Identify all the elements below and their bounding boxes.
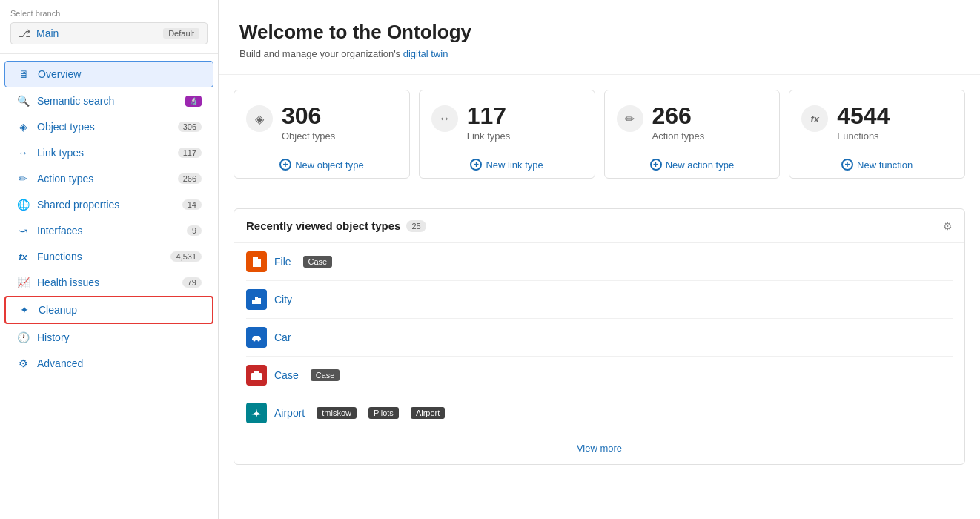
- stat-number-link-types: 117: [467, 104, 511, 128]
- object-tag-tmiskow: tmiskow: [317, 407, 357, 419]
- plus-icon: +: [650, 159, 662, 171]
- action-types-stat-icon: ✏: [617, 105, 643, 132]
- branch-selector-area: Select branch ⎇ Main Default: [0, 0, 218, 54]
- recently-viewed-section: Recently viewed object types 25 ⚙ File C…: [234, 208, 965, 465]
- subtitle-text: Build and manage your organization's: [239, 48, 403, 59]
- stat-card-link-types: ↔ 117 Link types + New link type: [419, 90, 595, 179]
- branch-icon: ⎇: [19, 27, 30, 39]
- branch-name: Main: [36, 27, 157, 39]
- link-types-stat-icon: ↔: [431, 105, 458, 132]
- sidebar-item-action-types[interactable]: ✏ Action types 266: [4, 166, 213, 191]
- functions-stat-icon: fx: [801, 105, 828, 132]
- nav-label-overview: Overview: [38, 68, 201, 80]
- stat-text-functions: 4544 Functions: [837, 104, 890, 142]
- nav-label-history: History: [37, 331, 202, 343]
- new-object-type-label: New object type: [295, 159, 364, 171]
- stat-text-link-types: 117 Link types: [467, 104, 511, 142]
- stat-number-functions: 4544: [837, 104, 890, 128]
- interfaces-icon: ⤻: [16, 224, 30, 237]
- new-link-type-button[interactable]: + New link type: [431, 151, 583, 178]
- sidebar-item-overview[interactable]: 🖥 Overview: [4, 61, 213, 87]
- list-item: Airport tmiskow Pilots Airport: [246, 394, 953, 432]
- sidebar: Select branch ⎇ Main Default 🖥 Overview …: [0, 0, 219, 519]
- new-function-button[interactable]: + New function: [801, 151, 953, 178]
- new-action-type-button[interactable]: + New action type: [617, 151, 768, 178]
- object-types-count: 306: [178, 122, 202, 132]
- advanced-icon: ⚙: [16, 357, 30, 370]
- overview-icon: 🖥: [17, 67, 30, 81]
- svg-point-4: [258, 340, 260, 342]
- stat-number-object-types: 306: [282, 104, 335, 128]
- semantic-search-badge: 🔬: [185, 96, 202, 107]
- shared-properties-count: 14: [182, 199, 202, 210]
- object-name-car[interactable]: Car: [274, 331, 291, 343]
- object-tag-case: Case: [303, 256, 333, 268]
- main-content: Welcome to the Ontology Build and manage…: [219, 0, 980, 519]
- object-name-city[interactable]: City: [274, 294, 292, 305]
- branch-badge: Default: [163, 28, 199, 39]
- subtitle-link[interactable]: digital twin: [403, 48, 448, 59]
- recently-count: 25: [406, 220, 426, 232]
- new-link-type-label: New link type: [486, 159, 543, 171]
- stat-top-object-types: ◈ 306 Object types: [246, 104, 397, 142]
- functions-icon: fx: [16, 250, 30, 263]
- new-object-type-button[interactable]: + New object type: [246, 151, 397, 178]
- object-name-airport[interactable]: Airport: [274, 407, 305, 419]
- sidebar-item-interfaces[interactable]: ⤻ Interfaces 9: [4, 218, 213, 243]
- object-tag-airport: Airport: [411, 407, 445, 419]
- view-more-button[interactable]: View more: [234, 432, 964, 464]
- branch-selector[interactable]: ⎇ Main Default: [10, 22, 208, 44]
- object-name-file[interactable]: File: [274, 256, 291, 268]
- svg-rect-0: [252, 300, 255, 304]
- svg-rect-2: [258, 298, 261, 304]
- stat-card-action-types: ✏ 266 Action types + New action type: [604, 90, 781, 179]
- recently-title: Recently viewed object types: [246, 219, 400, 232]
- city-icon: [246, 289, 267, 310]
- stat-text-action-types: 266 Action types: [652, 104, 705, 142]
- sidebar-item-semantic-search[interactable]: 🔍 Semantic search 🔬: [4, 88, 213, 113]
- list-item: File Case: [246, 243, 953, 281]
- nav-label-semantic-search: Semantic search: [37, 95, 178, 107]
- stat-number-action-types: 266: [652, 104, 705, 128]
- search-icon: 🔍: [16, 94, 30, 108]
- nav-label-cleanup: Cleanup: [39, 304, 200, 316]
- sidebar-item-object-types[interactable]: ◈ Object types 306: [4, 114, 213, 139]
- new-function-label: New function: [857, 159, 913, 171]
- link-types-count: 117: [178, 148, 202, 158]
- car-icon: [246, 327, 267, 348]
- health-issues-count: 79: [182, 277, 202, 288]
- stat-top-functions: fx 4544 Functions: [801, 104, 953, 142]
- stat-label-object-types: Object types: [282, 130, 335, 142]
- sidebar-item-shared-properties[interactable]: 🌐 Shared properties 14: [4, 192, 213, 217]
- sidebar-item-advanced[interactable]: ⚙ Advanced: [4, 351, 213, 376]
- sidebar-item-history[interactable]: 🕐 History: [4, 325, 213, 350]
- nav-label-health-issues: Health issues: [37, 277, 175, 288]
- object-name-case[interactable]: Case: [274, 369, 299, 381]
- svg-rect-1: [255, 297, 258, 304]
- page-title: Welcome to the Ontology: [239, 21, 959, 44]
- plus-icon: +: [279, 159, 291, 171]
- list-item: Car: [246, 319, 953, 357]
- airport-icon: [246, 403, 267, 423]
- nav-label-advanced: Advanced: [37, 357, 202, 369]
- sidebar-item-link-types[interactable]: ↔ Link types 117: [4, 140, 213, 165]
- list-item: City: [246, 281, 953, 319]
- svg-point-3: [254, 340, 256, 342]
- settings-icon[interactable]: ⚙: [943, 220, 953, 232]
- case-icon: [246, 365, 267, 386]
- nav-label-link-types: Link types: [37, 147, 170, 159]
- stat-label-functions: Functions: [837, 130, 890, 142]
- object-types-stat-icon: ◈: [246, 105, 273, 132]
- stat-label-action-types: Action types: [652, 130, 705, 142]
- action-types-icon: ✏: [16, 172, 30, 185]
- svg-rect-5: [251, 373, 262, 380]
- stat-label-link-types: Link types: [467, 130, 511, 142]
- nav-label-action-types: Action types: [37, 173, 170, 185]
- branch-label: Select branch: [10, 9, 208, 18]
- sidebar-item-health-issues[interactable]: 📈 Health issues 79: [4, 270, 213, 295]
- sidebar-nav: 🖥 Overview 🔍 Semantic search 🔬 ◈ Object …: [0, 54, 218, 519]
- sidebar-item-cleanup[interactable]: ✦ Cleanup: [4, 296, 213, 324]
- recently-header: Recently viewed object types 25 ⚙: [234, 209, 964, 243]
- stat-card-functions: fx 4544 Functions + New function: [789, 90, 965, 179]
- sidebar-item-functions[interactable]: fx Functions 4,531: [4, 244, 213, 269]
